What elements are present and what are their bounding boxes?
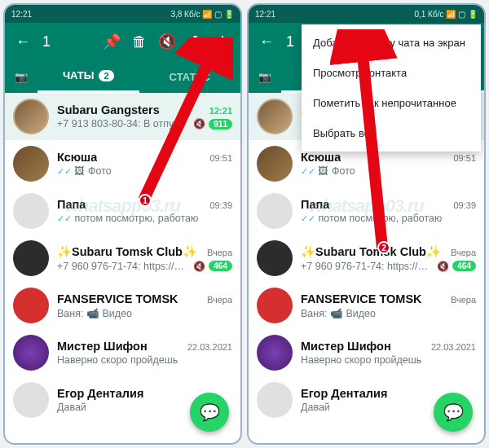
- muted-icon: 🔇: [193, 118, 205, 130]
- chat-item[interactable]: Мистер Шифон22.03.2021 Наверно скоро про…: [5, 329, 240, 376]
- chats-badge: 2: [99, 70, 113, 81]
- avatar[interactable]: [13, 193, 49, 229]
- camera-icon[interactable]: 📷: [5, 71, 37, 83]
- chat-item[interactable]: Subaru Gangsters12:21 +7 913 803-80-34: …: [5, 93, 240, 140]
- camera-icon[interactable]: 📷: [249, 71, 281, 83]
- chat-list: Subaru Gangsters12:21 +7 913 803-80-34: …: [5, 93, 240, 424]
- selection-toolbar: ← 1 📌 🗑 🔇 ⬇ ⋮: [5, 23, 240, 60]
- status-time: 12:21: [255, 10, 275, 19]
- new-chat-fab[interactable]: 💬: [190, 393, 229, 432]
- menu-select-all[interactable]: Выбрать все: [302, 118, 481, 148]
- status-bar: 12:21 3,8 Кб/с📶 ▢ 🔋: [5, 5, 240, 23]
- pin-icon[interactable]: 📌: [104, 33, 120, 51]
- muted-icon: 🔇: [437, 261, 449, 272]
- chat-item[interactable]: ✨Subaru Tomsk Club✨Вчера +7 960 976-71-7…: [249, 235, 484, 282]
- new-chat-fab[interactable]: 💬: [434, 393, 473, 432]
- overflow-menu: Добавить иконку чата на экран Просмотр к…: [302, 24, 481, 152]
- phone-right: 12:21 0,1 Кб/с📶 ▢ 🔋 ← 1 📷 ЧАТЬ Добавить …: [247, 3, 486, 445]
- watermark: whatsapp03.ru: [65, 195, 180, 217]
- tab-bar: 📷 ЧАТЫ 2 СТАТУС: [5, 60, 240, 93]
- status-time: 12:21: [11, 10, 32, 19]
- chat-item[interactable]: ✨Subaru Tomsk Club✨Вчера +7 960 976-71-7…: [5, 235, 240, 282]
- annotation-badge-2: 2: [377, 241, 390, 254]
- avatar[interactable]: [13, 288, 49, 323]
- back-icon[interactable]: ←: [258, 33, 275, 51]
- watermark: whatsapp03.ru: [309, 195, 424, 217]
- overflow-icon[interactable]: ⋮: [214, 33, 231, 51]
- muted-icon: 🔇: [193, 261, 205, 272]
- avatar[interactable]: [257, 240, 293, 276]
- chat-item[interactable]: Ксюша09:51 ✓✓ 🖼 Фото: [5, 140, 240, 187]
- avatar[interactable]: [13, 99, 49, 134]
- mute-icon[interactable]: 🔇: [159, 33, 175, 51]
- menu-mark-unread[interactable]: Пометить как непрочитанное: [302, 88, 481, 118]
- avatar[interactable]: [13, 146, 49, 182]
- avatar[interactable]: [13, 240, 49, 276]
- tab-chats[interactable]: ЧАТЫ 2: [37, 60, 139, 93]
- ticks-icon: ✓✓: [57, 166, 72, 176]
- unread-badge: 464: [209, 261, 232, 271]
- avatar[interactable]: [257, 382, 293, 418]
- menu-view-contact[interactable]: Просмотр контакта: [302, 58, 481, 88]
- unread-badge: 911: [209, 119, 232, 130]
- menu-add-shortcut[interactable]: Добавить иконку чата на экран: [302, 28, 481, 58]
- chat-item[interactable]: FANSERVICE TOMSKВчера Ваня: 📹 Видео: [5, 282, 240, 329]
- tab-status[interactable]: СТАТУС: [139, 60, 241, 93]
- phone-left: 12:21 3,8 Кб/с📶 ▢ 🔋 ← 1 📌 🗑 🔇 ⬇ ⋮ 📷 ЧАТЫ…: [3, 3, 242, 445]
- chat-item[interactable]: Мистер Шифон22.03.2021 Наверно скоро про…: [249, 329, 484, 376]
- avatar[interactable]: [257, 193, 293, 229]
- avatar[interactable]: [13, 335, 49, 371]
- avatar[interactable]: [257, 146, 293, 182]
- annotation-badge-1: 1: [139, 194, 152, 207]
- back-icon[interactable]: ←: [15, 33, 31, 51]
- delete-icon[interactable]: 🗑: [131, 33, 148, 51]
- selection-count: 1: [42, 33, 92, 51]
- avatar[interactable]: [257, 335, 293, 371]
- chat-item[interactable]: FANSERVICE TOMSKВчера Ваня: 📹 Видео: [249, 282, 484, 329]
- avatar[interactable]: [257, 99, 293, 134]
- archive-icon[interactable]: ⬇: [187, 33, 203, 51]
- status-bar: 12:21 0,1 Кб/с📶 ▢ 🔋: [249, 5, 484, 23]
- status-right: 3,8 Кб/с📶 ▢ 🔋: [170, 10, 234, 19]
- avatar[interactable]: [13, 382, 49, 418]
- avatar[interactable]: [257, 288, 293, 323]
